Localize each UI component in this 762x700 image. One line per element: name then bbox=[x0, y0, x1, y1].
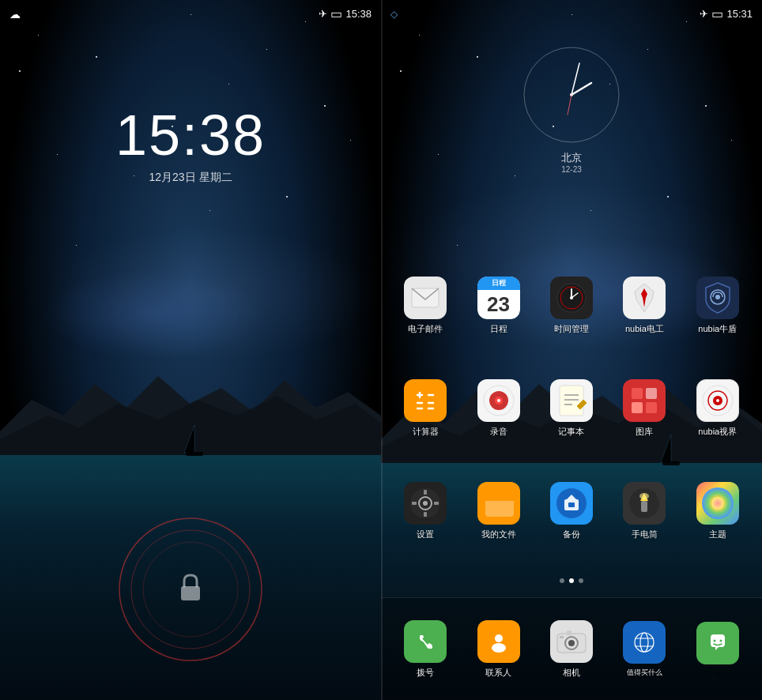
svg-point-85 bbox=[719, 640, 722, 642]
right-status-left: ◇ bbox=[390, 9, 398, 20]
app-nubia-elec[interactable]: nubia电工 bbox=[613, 277, 676, 335]
lock-screen: ☁ ✈ ▭ 15:38 15:38 12月23日 星期二 bbox=[0, 0, 381, 700]
svg-rect-58 bbox=[434, 502, 439, 505]
gallery-label: 图库 bbox=[636, 426, 653, 438]
app-row-1: 电子邮件 日程 23 日程 bbox=[381, 277, 762, 335]
phone-label: 拨号 bbox=[417, 667, 434, 679]
app-phone[interactable]: 拨号 bbox=[394, 620, 457, 679]
app-email[interactable]: 电子邮件 bbox=[394, 277, 457, 335]
app-calc[interactable]: 计算器 bbox=[394, 379, 457, 438]
clock-city: 北京 bbox=[520, 151, 623, 165]
app-recorder[interactable]: 录音 bbox=[467, 379, 530, 438]
right-airplane-icon: ✈ bbox=[700, 8, 708, 20]
theme-label: 主题 bbox=[709, 529, 726, 540]
svg-line-12 bbox=[568, 95, 572, 115]
app-time-mgr[interactable]: 时间管理 bbox=[540, 277, 603, 335]
left-status-left: ☁ bbox=[9, 8, 21, 21]
app-nubia-shield[interactable]: nubia牛盾 bbox=[686, 277, 749, 335]
app-memo[interactable]: 记事本 bbox=[540, 379, 603, 438]
svg-rect-7 bbox=[181, 586, 200, 600]
svg-rect-77 bbox=[560, 636, 564, 638]
app-chat[interactable]: • bbox=[686, 622, 749, 676]
svg-point-75 bbox=[568, 640, 575, 646]
svg-marker-2 bbox=[184, 425, 194, 453]
svg-rect-39 bbox=[560, 386, 583, 416]
left-battery-icon: ▭ bbox=[330, 6, 342, 21]
svg-point-72 bbox=[492, 643, 506, 653]
nubia-view-label: nubia视界 bbox=[698, 426, 737, 438]
calendar-header: 日程 bbox=[477, 277, 520, 290]
app-torch[interactable]: 手电筒 bbox=[613, 482, 676, 540]
app-theme[interactable]: 主题 bbox=[686, 482, 749, 540]
svg-rect-44 bbox=[632, 388, 643, 399]
lock-time-widget: 15:38 12月23日 星期二 bbox=[0, 103, 381, 185]
files-label: 我的文件 bbox=[481, 529, 516, 540]
right-status-right: ✈ ▭ 15:31 bbox=[700, 6, 753, 21]
svg-point-26 bbox=[715, 295, 720, 299]
theme-icon bbox=[696, 482, 739, 525]
camera-icon bbox=[550, 620, 593, 663]
app-browser[interactable]: 值得买什么 bbox=[613, 621, 676, 678]
app-gallery[interactable]: 图库 bbox=[613, 379, 676, 438]
memo-icon bbox=[550, 379, 593, 422]
unlock-circle[interactable] bbox=[111, 510, 270, 668]
svg-point-22 bbox=[570, 296, 573, 299]
contacts-icon bbox=[477, 620, 520, 663]
app-backup[interactable]: 备份 bbox=[540, 482, 603, 540]
app-row-3: 设置 我的文件 bbox=[381, 482, 762, 540]
app-files[interactable]: 我的文件 bbox=[467, 482, 530, 540]
lock-date: 12月23日 星期二 bbox=[0, 171, 381, 185]
svg-rect-16 bbox=[662, 461, 680, 465]
settings-label: 设置 bbox=[417, 529, 434, 540]
right-time-display: 15:31 bbox=[726, 8, 753, 20]
dot-2 bbox=[569, 578, 574, 583]
page-dots bbox=[381, 578, 762, 583]
boat-right bbox=[659, 435, 683, 474]
right-battery-icon: ▭ bbox=[711, 6, 723, 21]
recorder-label: 录音 bbox=[490, 426, 507, 438]
svg-marker-15 bbox=[661, 435, 671, 462]
left-status-right: ✈ ▭ 15:38 bbox=[319, 6, 372, 21]
calendar-icon: 日程 23 bbox=[477, 277, 520, 319]
svg-point-69 bbox=[413, 630, 437, 653]
svg-point-38 bbox=[497, 399, 500, 402]
app-contacts[interactable]: 联系人 bbox=[467, 620, 530, 679]
contacts-label: 联系人 bbox=[485, 667, 511, 679]
svg-rect-62 bbox=[568, 502, 575, 507]
svg-rect-27 bbox=[412, 387, 439, 414]
clock-widget: 北京 12-23 bbox=[520, 43, 623, 174]
svg-point-84 bbox=[713, 640, 715, 642]
app-settings[interactable]: 设置 bbox=[394, 482, 457, 540]
settings-icon bbox=[404, 482, 447, 525]
gallery-icon bbox=[623, 379, 666, 422]
boat-left bbox=[183, 425, 206, 465]
svg-point-51 bbox=[716, 399, 719, 402]
app-nubia-view[interactable]: nubia视界 bbox=[686, 379, 749, 438]
phone-icon bbox=[404, 620, 447, 663]
email-label: 电子邮件 bbox=[408, 323, 443, 335]
backup-label: 备份 bbox=[563, 529, 580, 540]
panel-divider bbox=[381, 0, 383, 700]
svg-rect-46 bbox=[632, 402, 643, 413]
home-screen: ◇ ✈ ▭ 15:31 北京 12-23 bbox=[381, 0, 762, 700]
lock-time: 15:38 bbox=[0, 103, 381, 167]
torch-label: 手电筒 bbox=[632, 529, 658, 540]
dot-3 bbox=[579, 578, 583, 583]
left-status-bar: ☁ ✈ ▭ 15:38 bbox=[0, 6, 381, 21]
app-camera[interactable]: 相机 bbox=[540, 620, 603, 679]
chat-label: • bbox=[716, 668, 719, 676]
svg-rect-45 bbox=[646, 388, 657, 399]
chat-icon bbox=[696, 622, 739, 664]
dot-1 bbox=[560, 578, 564, 583]
svg-rect-47 bbox=[646, 402, 657, 413]
left-airplane-icon: ✈ bbox=[319, 8, 327, 20]
app-row-1-items: 电子邮件 日程 23 日程 bbox=[381, 277, 762, 335]
calc-icon bbox=[404, 379, 447, 422]
calendar-label: 日程 bbox=[490, 323, 507, 335]
nubia-elec-label: nubia电工 bbox=[625, 323, 664, 335]
browser-icon bbox=[623, 621, 666, 664]
nubia-shield-icon bbox=[696, 277, 739, 319]
svg-point-54 bbox=[423, 501, 428, 506]
app-calendar[interactable]: 日程 23 日程 bbox=[467, 277, 530, 335]
calc-label: 计算器 bbox=[413, 426, 439, 438]
